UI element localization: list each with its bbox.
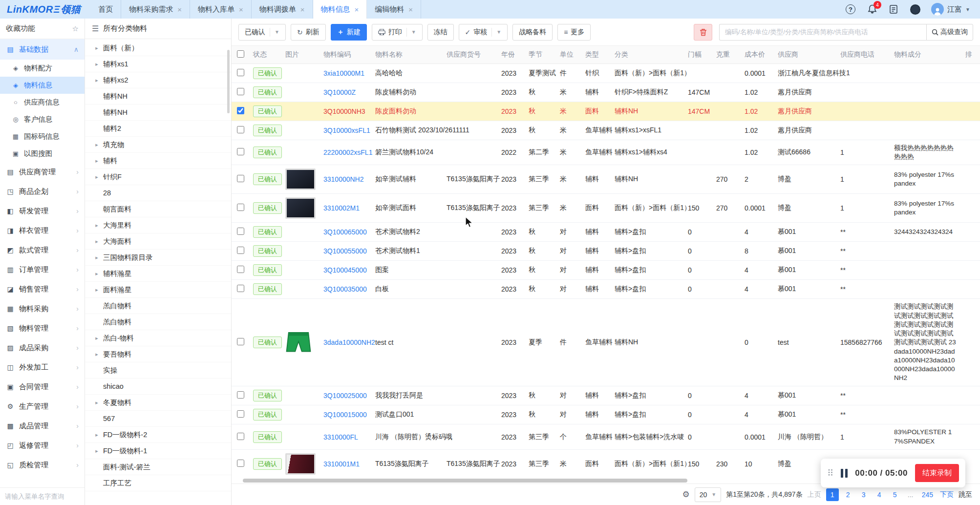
confirm-filter-button[interactable]: 已确认▼ — [238, 24, 286, 41]
sidebar-group[interactable]: ▥订单管理› — [0, 260, 85, 279]
sidebar-group[interactable]: ▣合同管理› — [0, 377, 85, 397]
page-button[interactable]: 1 — [826, 488, 839, 501]
material-code-link[interactable]: 3Q100055000 — [323, 247, 367, 255]
refresh-button[interactable]: ↻刷新 — [291, 24, 326, 41]
drag-handle-icon[interactable]: ⠿ — [827, 468, 833, 479]
category-item[interactable]: 567 — [85, 411, 231, 427]
table-row[interactable]: 已确认3Q100015000测试盘口0012023秋对辅料辅料>盘扣04慕001… — [232, 405, 980, 424]
header-tab[interactable]: 物料信息× — [313, 0, 367, 19]
help-icon[interactable]: ? — [845, 4, 856, 15]
category-item[interactable]: ▸填充物 — [85, 137, 231, 153]
globe-icon[interactable] — [910, 4, 920, 15]
header-tab[interactable]: 物料采购需求× — [121, 0, 190, 19]
sidebar-group[interactable]: ▧物料管理› — [0, 318, 85, 338]
table-row[interactable]: 已确认3Q100025000我我我打丢阿是2023秋对辅料辅料>盘扣04慕001… — [232, 386, 980, 405]
header-tab[interactable]: 编辑物料× — [367, 0, 421, 19]
row-checkbox[interactable] — [237, 228, 244, 235]
tab-close-icon[interactable]: × — [300, 5, 305, 14]
category-item[interactable]: 羔白物料 — [85, 298, 231, 314]
material-code-link[interactable]: 3310001M1 — [323, 460, 360, 468]
tab-close-icon[interactable]: × — [355, 5, 359, 14]
material-code-link[interactable]: 3Q10000NH3 — [323, 107, 365, 115]
category-item[interactable]: ▸辅料 — [85, 153, 231, 169]
sidebar-item[interactable]: ◈物料配方 — [0, 60, 85, 77]
category-item[interactable]: 28 — [85, 185, 231, 201]
material-image[interactable] — [285, 453, 316, 475]
category-item[interactable]: ▸FD一级物料-1 — [85, 443, 231, 459]
category-item[interactable]: ▸辅料xs1 — [85, 56, 231, 72]
sidebar-group-basic-data[interactable]: ▤基础数据∧ — [0, 39, 85, 60]
category-item[interactable]: ▸羔白-物料 — [85, 330, 231, 346]
material-code-link[interactable]: 3xia10000M1 — [323, 69, 364, 77]
gear-icon[interactable]: ⚙ — [682, 489, 690, 500]
table-row[interactable]: 已确认3xia10000M1高哈哈哈2023夏季测试件针织面料（新）>面料（新1… — [232, 64, 980, 83]
sidebar-group[interactable]: ◨样衣管理› — [0, 221, 85, 240]
chevron-down-icon[interactable]: ▼ — [491, 28, 501, 37]
category-item[interactable]: ▸FD一级物料-2 — [85, 427, 231, 443]
table-row[interactable]: 已确认3dada10000NH2test ct2023夏季件鱼草辅料辅料NH0t… — [232, 299, 980, 386]
header-tab[interactable]: 物料调拨单× — [252, 0, 313, 19]
table-row[interactable]: 已确认3Q100035000白板2023秋对辅料辅料>盘扣04慕001** — [232, 280, 980, 299]
sidebar-item[interactable]: ▦国标码信息 — [0, 128, 85, 145]
material-code-link[interactable]: 3Q100035000 — [323, 285, 367, 293]
sidebar-group[interactable]: ⚙生产管理› — [0, 397, 85, 416]
scrollbar-thumb[interactable] — [243, 479, 687, 483]
row-checkbox[interactable] — [237, 433, 244, 440]
table-row[interactable]: 已确认3310002M1如辛测试面料T6135涤氨阳离子2023第三季米面料面料… — [232, 194, 980, 223]
category-scrollbar[interactable] — [227, 50, 230, 113]
table-row[interactable]: 已确认3Q10000xsFL1石竹物料测试 2023/10/2611111202… — [232, 121, 980, 140]
page-button[interactable]: 245 — [920, 488, 935, 501]
table-row[interactable]: 已确认22200002xsFL1箬兰测试物料10/242022第二季米鱼草辅料辅… — [232, 140, 980, 165]
create-button[interactable]: ＋新建 — [331, 24, 367, 41]
material-code-link[interactable]: 3Q10000xsFL1 — [323, 126, 370, 134]
table-row[interactable]: 已确认3Q10000NH3陈皮面料勿动2023秋米面料辅料NH147CM1.02… — [232, 102, 980, 121]
row-checkbox[interactable] — [237, 391, 244, 399]
material-image[interactable] — [285, 197, 316, 219]
category-panel-header[interactable]: ☰ 所有分类物料 — [85, 19, 231, 39]
sidebar-group[interactable]: ◱质检管理› — [0, 455, 85, 475]
material-code-link[interactable]: 3310000FL — [323, 433, 358, 441]
page-size-select[interactable]: 20▼ — [695, 487, 721, 502]
sidebar-group[interactable]: ◳商品企划› — [0, 182, 85, 201]
category-item[interactable]: ▸辅料xs2 — [85, 72, 231, 88]
row-checkbox[interactable] — [237, 88, 244, 95]
pause-button[interactable] — [841, 469, 848, 478]
material-code-link[interactable]: 22200002xsFL1 — [323, 148, 372, 156]
table-row[interactable]: 已确认3Q100045000图案2023秋对辅料辅料>盘扣04慕001** — [232, 261, 980, 280]
material-code-link[interactable]: 3Q100065000 — [323, 228, 367, 236]
sidebar-item[interactable]: ▣以图搜图 — [0, 145, 85, 162]
notification-bell-icon[interactable]: 4 — [867, 4, 877, 15]
page-button[interactable]: 3 — [857, 488, 870, 501]
row-checkbox[interactable] — [237, 285, 244, 292]
sidebar-group[interactable]: ▩成品管理› — [0, 416, 85, 436]
material-code-link[interactable]: 3Q100025000 — [323, 392, 367, 400]
material-code-link[interactable]: 3Q100045000 — [323, 266, 367, 274]
category-item[interactable]: 辅料NH — [85, 105, 231, 121]
material-image[interactable] — [285, 330, 314, 355]
table-row[interactable]: 已确认3Q10000Z陈皮辅料勿动2023秋米辅料针织F>特殊面料Z147CM1… — [232, 83, 980, 102]
category-item[interactable]: ▸辅料瀚星 — [85, 266, 231, 282]
category-item[interactable]: 面料-测试-箬兰 — [85, 459, 231, 475]
row-checkbox[interactable] — [237, 175, 244, 182]
delete-button[interactable] — [694, 24, 712, 41]
category-item[interactable]: ▸针织F — [85, 169, 231, 185]
row-checkbox[interactable] — [237, 410, 244, 418]
page-button[interactable]: 2 — [842, 488, 854, 501]
row-checkbox[interactable] — [237, 126, 244, 133]
category-item[interactable]: 辅料2 — [85, 121, 231, 137]
user-menu[interactable]: 江富 ▼ — [931, 3, 970, 16]
category-item[interactable]: ▸面料（新） — [85, 40, 231, 56]
sidebar-group[interactable]: ◫外发加工› — [0, 358, 85, 377]
chevron-down-icon[interactable]: ▼ — [270, 28, 279, 37]
sidebar-item[interactable]: ◎客户信息 — [0, 111, 85, 128]
sidebar-group[interactable]: ◰返修管理› — [0, 436, 85, 455]
tab-close-icon[interactable]: × — [239, 5, 243, 14]
prev-page-button[interactable]: 上页 — [808, 490, 821, 499]
freeze-button[interactable]: 冻结 — [427, 24, 454, 41]
category-item[interactable]: 工序工艺 — [85, 475, 231, 491]
page-button[interactable]: 5 — [889, 488, 901, 501]
sidebar-item[interactable]: ○供应商信息 — [0, 94, 85, 111]
category-item[interactable]: ▸面料瀚星 — [85, 282, 231, 298]
print-button[interactable]: 打印▼ — [372, 24, 423, 41]
chevron-down-icon[interactable]: ▼ — [406, 28, 416, 37]
